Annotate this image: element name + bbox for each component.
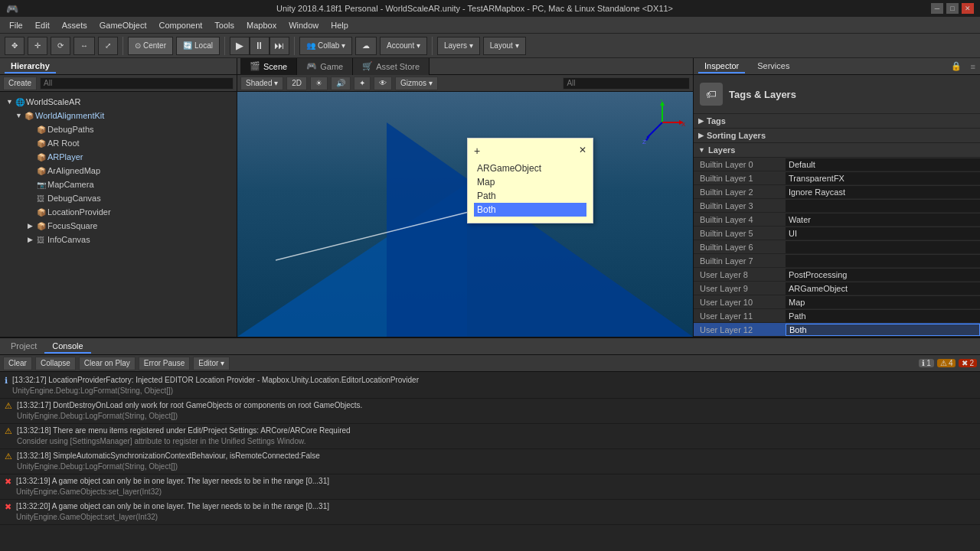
layout-button[interactable]: Layout ▾ xyxy=(483,37,526,55)
menu-item-edit[interactable]: Edit xyxy=(29,19,56,31)
console-entry[interactable]: ⚠ [13:32:18] SimpleAutomaticSynchronizat… xyxy=(0,449,980,474)
popup-close-button[interactable]: ✕ xyxy=(579,145,586,157)
maximize-button[interactable]: □ xyxy=(946,3,959,14)
inspector-lock-icon[interactable]: 🔒 xyxy=(951,61,962,71)
collapse-button[interactable]: Collapse xyxy=(35,357,76,370)
popup-plus-icon[interactable]: + xyxy=(474,145,480,157)
layer-value-input[interactable] xyxy=(786,269,980,281)
layer-value-input[interactable] xyxy=(786,214,980,226)
console-toolbar: Clear Collapse Clear on Play Error Pause… xyxy=(0,355,980,372)
info-icon: ℹ xyxy=(922,359,925,367)
scene-search[interactable] xyxy=(563,77,690,90)
2d-mode-button[interactable]: 2D xyxy=(286,77,307,90)
clear-on-play-button[interactable]: Clear on Play xyxy=(79,357,136,370)
layers-section-label: Layers xyxy=(708,145,735,155)
close-button[interactable]: ✕ xyxy=(962,3,974,14)
hierarchy-item-mapcamera[interactable]: 📷 MapCamera xyxy=(0,178,237,191)
account-label: Account ▾ xyxy=(387,41,420,50)
project-tab[interactable]: Project xyxy=(3,340,44,354)
layer-value-input[interactable] xyxy=(786,296,980,308)
popup-item-both[interactable]: Both xyxy=(474,203,586,217)
hierarchy-item-debugpaths[interactable]: 📦 DebugPaths xyxy=(0,122,237,136)
cloud-button[interactable]: ☁ xyxy=(355,37,377,55)
layer-value-input[interactable] xyxy=(786,186,980,198)
hierarchy-item-infocanvas[interactable]: ▶ 🖼 InfoCanvas xyxy=(0,233,237,246)
menu-item-component[interactable]: Component xyxy=(152,19,208,31)
play-button[interactable]: ▶ xyxy=(230,37,250,55)
hierarchy-item-arroot[interactable]: 📦 AR Root xyxy=(0,136,237,150)
err-count: 2 xyxy=(969,359,974,367)
menu-item-tools[interactable]: Tools xyxy=(208,19,240,31)
audio-button[interactable]: 🔊 xyxy=(331,77,351,90)
menu-item-file[interactable]: File xyxy=(3,19,29,31)
layer-value-input[interactable] xyxy=(786,172,980,184)
tool-rotate[interactable]: ⟳ xyxy=(51,37,70,55)
hidden-layers-button[interactable]: 👁 xyxy=(374,77,392,90)
collab-button[interactable]: 👥 Collab ▾ xyxy=(299,37,352,55)
fx-button[interactable]: ✦ xyxy=(354,77,371,90)
layer-value-input[interactable] xyxy=(786,324,980,336)
center-button[interactable]: ⊙ Center xyxy=(128,37,173,55)
services-tab[interactable]: Services xyxy=(751,60,795,73)
popup-item-path[interactable]: Path xyxy=(474,189,586,203)
console-entry[interactable]: ⚠ [13:32:18] There are menu items regist… xyxy=(0,424,980,449)
create-button[interactable]: Create xyxy=(3,77,37,90)
layer-value-input[interactable] xyxy=(786,241,980,253)
hierarchy-item-focussquare[interactable]: ▶ 📦 FocusSquare xyxy=(0,219,237,233)
scene-tab[interactable]: 🎬 Scene xyxy=(240,58,297,75)
console-tab[interactable]: Console xyxy=(44,340,90,354)
hierarchy-item-worldalignmentkit[interactable]: ▼ 📦 WorldAlignmentKit xyxy=(0,109,237,122)
tags-section[interactable]: ▶ Tags xyxy=(694,114,980,129)
hierarchy-header: Hierarchy xyxy=(0,58,237,75)
hierarchy-item-debugcanvas[interactable]: 🖼 DebugCanvas xyxy=(0,191,237,205)
popup-item-argameobject[interactable]: ARGameObject xyxy=(474,161,586,175)
console-entry[interactable]: ⚠ [13:32:17] DontDestroyOnLoad only work… xyxy=(0,399,980,424)
layer-value-input[interactable] xyxy=(786,255,980,267)
hierarchy-tab[interactable]: Hierarchy xyxy=(5,60,56,73)
clear-button[interactable]: Clear xyxy=(3,357,32,370)
hierarchy-root[interactable]: ▼ 🌐 WorldScaleAR xyxy=(0,95,237,109)
console-entry[interactable]: ✖ [13:32:20] A game object can only be i… xyxy=(0,500,980,525)
account-button[interactable]: Account ▾ xyxy=(380,37,427,55)
game-tab[interactable]: 🎮 Game xyxy=(297,58,353,75)
hierarchy-search[interactable] xyxy=(40,77,234,90)
gizmos-button[interactable]: Gizmos ▾ xyxy=(395,77,438,90)
separator-2 xyxy=(224,37,225,55)
hierarchy-item-arplayer[interactable]: 📦 ARPlayer xyxy=(0,150,237,164)
asset-store-tab[interactable]: 🛒 Asset Store xyxy=(353,58,430,75)
inspector-tab[interactable]: Inspector xyxy=(698,60,745,73)
layers-button[interactable]: Layers ▾ xyxy=(437,37,480,55)
error-pause-button[interactable]: Error Pause xyxy=(139,357,190,370)
hierarchy-item-aralignedmap[interactable]: 📦 ArAlignedMap xyxy=(0,164,237,178)
layers-section[interactable]: ▼ Layers xyxy=(694,143,980,158)
layer-value-input[interactable] xyxy=(786,200,980,212)
step-button[interactable]: ⏭ xyxy=(270,37,289,55)
tool-rect[interactable]: ⤢ xyxy=(98,37,118,55)
sorting-layers-section[interactable]: ▶ Sorting Layers xyxy=(694,129,980,143)
menu-item-help[interactable]: Help xyxy=(325,19,354,31)
layer-value-input[interactable] xyxy=(786,227,980,240)
popup-item-map[interactable]: Map xyxy=(474,175,586,189)
minimize-button[interactable]: ─ xyxy=(931,3,943,14)
window-controls[interactable]: ─ □ ✕ xyxy=(931,3,974,14)
menu-item-mapbox[interactable]: Mapbox xyxy=(240,19,283,31)
hierarchy-item-locationprovider[interactable]: 📦 LocationProvider xyxy=(0,205,237,219)
tool-move[interactable]: ✛ xyxy=(28,37,47,55)
pause-button[interactable]: ⏸ xyxy=(250,37,270,55)
svg-line-5 xyxy=(647,122,662,138)
menu-item-assets[interactable]: Assets xyxy=(56,19,93,31)
console-entry[interactable]: ✖ [13:32:19] A game object can only be i… xyxy=(0,474,980,500)
layer-value-input[interactable] xyxy=(786,282,980,295)
local-button[interactable]: 🔄 Local xyxy=(176,37,220,55)
shading-mode-button[interactable]: Shaded ▾ xyxy=(240,77,283,90)
menu-item-gameobject[interactable]: GameObject xyxy=(93,19,153,31)
menu-item-window[interactable]: Window xyxy=(283,19,325,31)
tool-hand[interactable]: ✥ xyxy=(5,37,24,55)
console-entry[interactable]: ℹ [13:32:17] LocationProviderFactory: In… xyxy=(0,373,980,399)
lighting-button[interactable]: ☀ xyxy=(310,77,328,90)
inspector-menu-icon[interactable]: ≡ xyxy=(971,62,975,71)
layer-value-input[interactable] xyxy=(786,158,980,171)
editor-button[interactable]: Editor ▾ xyxy=(193,357,230,370)
layer-value-input[interactable] xyxy=(786,310,980,322)
tool-scale[interactable]: ↔ xyxy=(74,37,95,55)
